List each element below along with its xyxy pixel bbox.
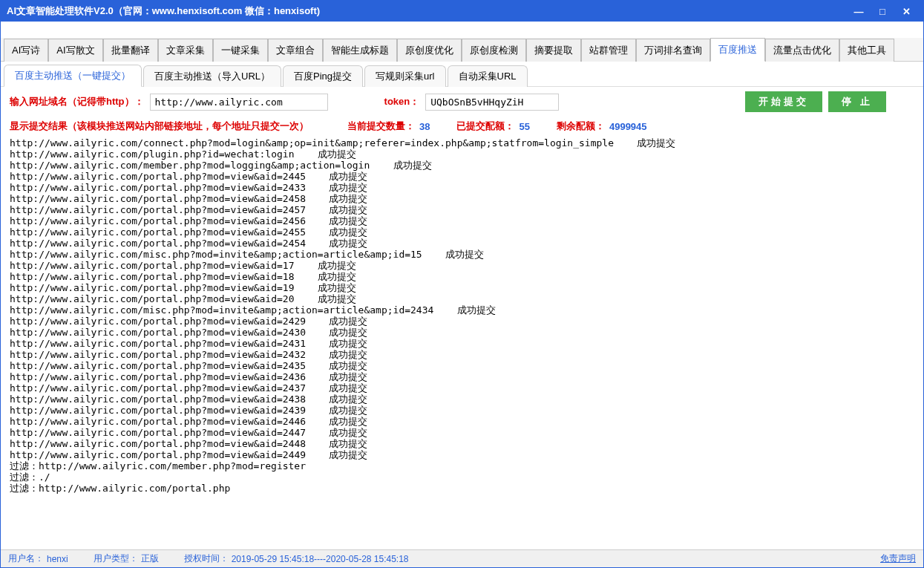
log-line: http://www.ailyric.com/portal.php?mod=vi…: [10, 382, 914, 394]
domain-label: 输入网址域名（记得带http）：: [10, 95, 144, 108]
main-tab-7[interactable]: 原创度优化: [397, 39, 462, 62]
usertype-value: 正版: [141, 552, 159, 565]
main-tab-5[interactable]: 文章组合: [268, 39, 323, 62]
stats-row: 显示提交结果（该模块推送网站内部链接地址，每个地址只提交一次） 当前提交数量： …: [1, 117, 923, 136]
main-tab-0[interactable]: AI写诗: [4, 39, 48, 62]
log-line: http://www.ailyric.com/portal.php?mod=vi…: [10, 282, 914, 293]
usertype-label: 用户类型：: [94, 552, 138, 565]
log-container: http://www.ailyric.com/connect.php?mod=l…: [1, 136, 923, 549]
submitted-quota-label: 已提交配额：: [456, 120, 514, 133]
app-window: AI文章智能处理软件V2.0（官网：www.henxisoft.com 微信：h…: [0, 0, 924, 568]
current-count-value: 38: [419, 121, 430, 132]
titlebar[interactable]: AI文章智能处理软件V2.0（官网：www.henxisoft.com 微信：h…: [1, 1, 923, 22]
log-line: http://www.ailyric.com/portal.php?mod=vi…: [10, 371, 914, 382]
sub-tab-1[interactable]: 百度主动推送（导入URL）: [143, 65, 281, 87]
main-tab-1[interactable]: AI写散文: [48, 39, 102, 62]
log-line: http://www.ailyric.com/portal.php?mod=vi…: [10, 438, 914, 449]
token-label: token：: [384, 95, 420, 108]
remaining-quota-value: 4999945: [609, 121, 647, 132]
sub-tab-4[interactable]: 自动采集URL: [448, 65, 528, 87]
log-line: http://www.ailyric.com/portal.php?mod=vi…: [10, 260, 914, 271]
sub-tab-2[interactable]: 百度Ping提交: [283, 65, 363, 87]
main-tab-12[interactable]: 百度推送: [710, 38, 765, 62]
log-line: http://www.ailyric.com/portal.php?mod=vi…: [10, 293, 914, 304]
log-line: 过滤：http://www.ailyric.com/member.php?mod…: [10, 460, 914, 471]
statusbar: 用户名： henxi 用户类型： 正版 授权时间： 2019-05-29 15:…: [1, 549, 923, 567]
main-tab-13[interactable]: 流量点击优化: [765, 39, 839, 62]
log-line: 过滤：./: [10, 471, 914, 483]
log-line: http://www.ailyric.com/portal.php?mod=vi…: [10, 449, 914, 460]
close-button[interactable]: ✕: [895, 4, 917, 19]
auth-label: 授权时间：: [184, 552, 229, 565]
log-line: http://www.ailyric.com/member.php?mod=lo…: [10, 160, 914, 171]
log-line: http://www.ailyric.com/connect.php?mod=l…: [10, 137, 914, 148]
main-tab-4[interactable]: 一键采集: [213, 39, 268, 62]
remaining-quota-label: 剩余配额：: [557, 120, 605, 133]
main-tab-6[interactable]: 智能生成标题: [323, 39, 397, 62]
user-label: 用户名：: [8, 552, 44, 565]
log-line: http://www.ailyric.com/portal.php?mod=vi…: [10, 349, 914, 360]
log-line: http://www.ailyric.com/portal.php?mod=vi…: [10, 226, 914, 238]
input-row: 输入网址域名（记得带http）： token： 开始提交 停 止: [1, 87, 923, 117]
log-line: http://www.ailyric.com/portal.php?mod=vi…: [10, 338, 914, 349]
log-line: 过滤：http://www.ailyric.com/portal.php: [10, 483, 914, 494]
token-input[interactable]: [425, 94, 559, 111]
log-line: http://www.ailyric.com/portal.php?mod=vi…: [10, 171, 914, 182]
log-line: http://www.ailyric.com/portal.php?mod=vi…: [10, 360, 914, 371]
log-line: http://www.ailyric.com/portal.php?mod=vi…: [10, 427, 914, 438]
log-output[interactable]: http://www.ailyric.com/connect.php?mod=l…: [1, 136, 923, 549]
sub-tabbar: 百度主动推送（一键提交）百度主动推送（导入URL）百度Ping提交写规则采集ur…: [1, 66, 923, 87]
disclaimer-link[interactable]: 免责声明: [880, 552, 916, 565]
stop-button[interactable]: 停 止: [828, 91, 886, 112]
log-line: http://www.ailyric.com/portal.php?mod=vi…: [10, 327, 914, 338]
current-count-label: 当前提交数量：: [347, 120, 415, 133]
minimize-button[interactable]: —: [848, 4, 870, 19]
main-tab-8[interactable]: 原创度检测: [462, 39, 526, 62]
log-line: http://www.ailyric.com/portal.php?mod=vi…: [10, 204, 914, 215]
log-line: http://www.ailyric.com/portal.php?mod=vi…: [10, 405, 914, 416]
log-line: http://www.ailyric.com/portal.php?mod=vi…: [10, 394, 914, 405]
log-line: http://www.ailyric.com/misc.php?mod=invi…: [10, 304, 914, 316]
main-tab-3[interactable]: 文章采集: [158, 39, 213, 62]
main-tab-11[interactable]: 万词排名查询: [636, 39, 710, 62]
log-line: http://www.ailyric.com/plugin.php?id=wec…: [10, 148, 914, 160]
window-controls: — □ ✕: [848, 4, 917, 19]
window-title: AI文章智能处理软件V2.0（官网：www.henxisoft.com 微信：h…: [7, 4, 848, 18]
main-tab-14[interactable]: 其他工具: [839, 39, 894, 62]
log-line: http://www.ailyric.com/portal.php?mod=vi…: [10, 271, 914, 282]
submitted-quota-value: 55: [519, 121, 529, 132]
log-line: http://www.ailyric.com/portal.php?mod=vi…: [10, 316, 914, 327]
start-button[interactable]: 开始提交: [745, 91, 822, 112]
auth-value: 2019-05-29 15:45:18----2020-05-28 15:45:…: [232, 554, 409, 564]
main-tabbar: AI写诗AI写散文批量翻译文章采集一键采集文章组合智能生成标题原创度优化原创度检…: [1, 38, 923, 62]
log-line: http://www.ailyric.com/portal.php?mod=vi…: [10, 416, 914, 427]
sub-tab-3[interactable]: 写规则采集url: [364, 65, 445, 87]
user-value: henxi: [47, 554, 68, 564]
log-line: http://www.ailyric.com/portal.php?mod=vi…: [10, 182, 914, 193]
log-line: http://www.ailyric.com/misc.php?mod=invi…: [10, 249, 914, 260]
main-tab-2[interactable]: 批量翻译: [103, 39, 158, 62]
main-tab-10[interactable]: 站群管理: [581, 39, 636, 62]
log-line: http://www.ailyric.com/portal.php?mod=vi…: [10, 238, 914, 249]
sub-tab-0[interactable]: 百度主动推送（一键提交）: [4, 65, 142, 87]
result-label: 显示提交结果（该模块推送网站内部链接地址，每个地址只提交一次）: [10, 120, 309, 133]
log-line: http://www.ailyric.com/portal.php?mod=vi…: [10, 215, 914, 226]
log-line: http://www.ailyric.com/portal.php?mod=vi…: [10, 193, 914, 204]
maximize-button[interactable]: □: [871, 4, 894, 19]
main-tab-9[interactable]: 摘要提取: [526, 39, 581, 62]
domain-input[interactable]: [150, 94, 328, 111]
